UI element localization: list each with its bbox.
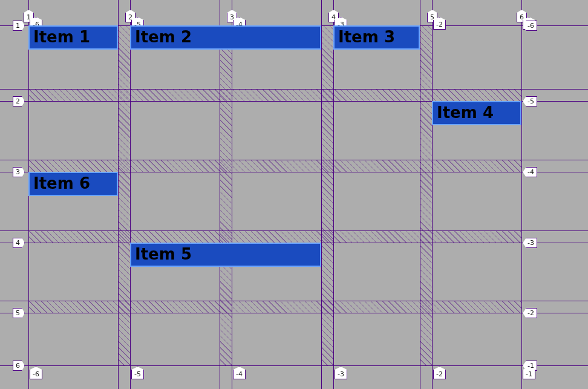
grid-line-horizontal-dashed <box>0 301 588 301</box>
grid-line-horizontal <box>0 365 588 366</box>
grid-diagram: 1-62-53-44-35-26-11-62-53-44-35-26-1-6-5… <box>0 0 588 389</box>
grid-line-vertical-dashed <box>432 0 433 389</box>
column-gap-hatch <box>220 25 232 365</box>
grid-line-vertical-dashed <box>333 0 334 389</box>
column-line-label-neg-bottom: -3 <box>335 367 347 379</box>
grid-line-horizontal-dashed <box>0 160 588 160</box>
row-line-label-neg: -5 <box>523 96 537 106</box>
item-6: Item 6 <box>28 172 118 196</box>
grid-line-horizontal-dashed <box>0 230 588 231</box>
row-gap-hatch <box>28 230 521 243</box>
column-line-label-neg-bottom: -4 <box>233 367 246 379</box>
item-2: Item 2 <box>130 25 321 50</box>
grid-line-horizontal-dashed <box>0 89 588 90</box>
row-line-label-pos: 4 <box>13 238 25 248</box>
row-line-label-pos: 3 <box>13 167 25 177</box>
item-1: Item 1 <box>28 25 118 50</box>
row-gap-hatch <box>28 301 521 313</box>
row-line-label-neg: -4 <box>523 167 537 177</box>
row-line-label-pos: 5 <box>13 308 25 318</box>
grid-line-vertical-dashed <box>321 0 322 389</box>
row-gap-hatch <box>28 89 521 101</box>
grid-line-vertical-dashed <box>220 0 220 389</box>
grid-line-vertical-dashed <box>232 0 232 389</box>
grid-line-vertical-dashed <box>118 0 119 389</box>
column-gap-hatch <box>118 25 130 365</box>
grid-line-vertical <box>521 0 522 389</box>
row-line-label-neg: -2 <box>523 308 537 318</box>
grid-line-vertical-dashed <box>130 0 131 389</box>
row-line-label-pos: 1 <box>13 21 25 31</box>
item-5: Item 5 <box>130 243 321 267</box>
row-line-label-pos: 6 <box>13 361 25 371</box>
row-gap-hatch <box>28 160 521 172</box>
grid-line-horizontal-dashed <box>0 313 588 313</box>
item-3: Item 3 <box>333 25 420 50</box>
column-gap-hatch <box>420 25 432 365</box>
column-line-label-neg-bottom: -2 <box>433 367 446 379</box>
column-line-label-neg-bottom: -6 <box>30 367 42 379</box>
grid-line-vertical-dashed <box>420 0 420 389</box>
row-line-label-neg: -3 <box>523 238 537 248</box>
row-line-label-pos: 2 <box>13 96 25 106</box>
column-line-label-neg-bottom: -5 <box>131 367 144 379</box>
item-4: Item 4 <box>432 101 521 125</box>
column-gap-hatch <box>321 25 333 365</box>
